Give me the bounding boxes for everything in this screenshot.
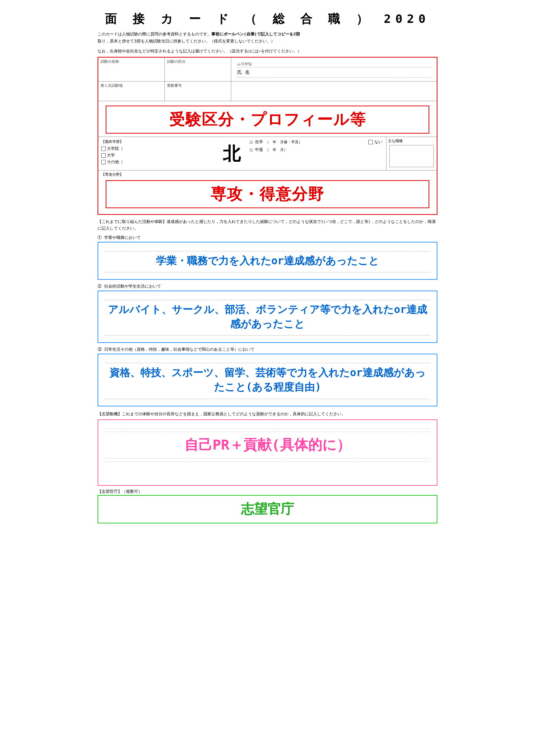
- activity3-label: 資格、特技、スポーツ、留学、芸術等で力を入れたor達成感があったこと(ある程度自…: [105, 365, 430, 394]
- activity1-sublabel: ① 学業や職務において: [98, 235, 437, 240]
- activity2-sublabel: ② 社会的活動や学生生活において: [98, 284, 437, 289]
- exam-number-label: 受験番号: [167, 83, 229, 88]
- intro-text: このカードは人物試験の際に質問の参考資料とするものです。事前にボールペン(自筆)…: [98, 31, 437, 45]
- activity2-box: アルバイト、サークル、部活、ボランティア等で力を入れたor達成感があったこと: [98, 291, 437, 343]
- month-label: （ 年 月）: [265, 148, 287, 152]
- name-cell: ふりがな 氏 名: [231, 58, 437, 81]
- dotted-line-1: [105, 249, 430, 251]
- motivation-line-1: [105, 428, 430, 429]
- profile-section: 試験の名称 試験の区分 ふりがな 氏 名 第１次試験地 受験番号: [98, 57, 437, 215]
- exam-name-label: 試験の名称: [100, 59, 162, 64]
- checkbox-icon[interactable]: [101, 147, 106, 151]
- zaigaku-label: □ 在学: [250, 140, 263, 144]
- first-exam-cell: 第１次試験地: [98, 82, 165, 101]
- ministry-box: 志望官庁: [98, 495, 437, 523]
- dotted-line-6: [105, 397, 430, 399]
- intro-bold: 事前にボールペン(自筆)で記入してコピーを2部: [211, 32, 300, 37]
- activities-header: 【これまでに取り組んだ活動や体験】達成感があったと感じたり，力を入れてきたりした…: [98, 219, 437, 231]
- checkbox-sonota: その他（: [101, 159, 123, 165]
- motivation-line-4: [105, 461, 430, 462]
- shokushu-label: 主な職種: [388, 138, 435, 144]
- checkbox-sonota-icon[interactable]: [101, 160, 106, 164]
- exam-type-content[interactable]: [167, 65, 229, 75]
- checkbox-daigaku: 大学: [101, 152, 115, 158]
- profile-label-row: 受験区分・プロフィール等: [98, 101, 437, 134]
- motivation-header: 【志望動機】これまでの体験や自分の長所などを踏まえ，国家公務員としてどのような貢…: [98, 411, 437, 417]
- exam-type-label: 試験の区分: [167, 59, 229, 64]
- name-spacer: [231, 82, 437, 101]
- furigana-label: ふりがな: [237, 62, 252, 66]
- exam-type-cell: 試験の区分: [165, 58, 231, 81]
- big-char-area: 北: [216, 137, 247, 170]
- ministry-header: 【志望官庁】（複数可）: [98, 489, 437, 494]
- intro-line2: 取り，原本と併せて3部を人物試験当日に持参してください。（様式を変更しないでくだ…: [98, 39, 275, 44]
- edu-row-sonota: その他（: [101, 159, 213, 165]
- senkou-header: 【専攻分野】: [101, 172, 434, 177]
- big-char: 北: [223, 145, 241, 162]
- daigaku-label: 大学: [107, 152, 115, 158]
- activities-header-text: 【これまでに取り組んだ活動や体験】達成感があったと感じたり，力を入れてきたりした…: [98, 219, 436, 231]
- motivation-line-2: [105, 432, 430, 432]
- shokushu-box[interactable]: [389, 145, 434, 167]
- exam-number-cell: 受験番号: [165, 82, 231, 101]
- edu-row-daigaku: 大学: [101, 152, 213, 158]
- zaigaku-area: □ 在学 （ 年 月修・卒見） □ 中退 （ 年 月）: [247, 137, 365, 170]
- intro-line1: このカードは人物試験の際に質問の参考資料とするものです。: [98, 32, 211, 37]
- name-area: ふりがな 氏 名: [234, 59, 435, 80]
- chutai-label: □ 中退: [250, 147, 263, 152]
- senkou-label-text: 専攻分野: [105, 172, 120, 176]
- nai-checkbox-icon[interactable]: [368, 140, 373, 144]
- edu-left: 【最終学歴】 大学院（ 大学 その他（: [98, 137, 216, 170]
- year-month-label: （ 年 月修・卒見）: [265, 140, 302, 144]
- motivation-label: 自己PR＋貢献(具体的に）: [105, 436, 430, 454]
- exam-name-cell: 試験の名称: [98, 58, 165, 81]
- dotted-line-4: [105, 333, 430, 336]
- shokushu-area: 主な職種: [386, 137, 437, 170]
- profile-top-grid: 試験の名称 試験の区分 ふりがな 氏 名: [98, 58, 437, 82]
- edu-label-text: 最終学歴: [105, 140, 120, 144]
- dotted-line-3: [105, 298, 430, 300]
- edu-header-label: 【最終学歴】: [101, 139, 213, 144]
- zaigaku-row: □ 在学 （ 年 月修・卒見）: [250, 139, 362, 145]
- motivation-box: 自己PR＋貢献(具体的に）: [98, 419, 437, 486]
- intro-note: なお，出身校や会社名などが特定されるような記入は避けてください。（該当する□には…: [98, 48, 437, 54]
- activity3-sublabel: ③ 日常生活その他（資格，特技，趣味，社会事情などで関心のあること等）において: [98, 347, 437, 352]
- exam-number-content[interactable]: [167, 89, 229, 99]
- ministry-label: 志望官庁: [105, 500, 430, 518]
- dotted-line-5: [105, 361, 430, 363]
- motivation-line-3: [105, 458, 430, 458]
- edu-label-bracket: 【: [101, 140, 105, 144]
- daigakuin-label: 大学院（: [107, 146, 123, 151]
- activity1-label: 学業・職務で力を入れたor達成感があったこと: [105, 254, 430, 268]
- nai-area: ない: [365, 137, 386, 170]
- exam-name-content[interactable]: [100, 65, 162, 75]
- senkou-big-label: 専攻・得意分野: [106, 180, 429, 208]
- page-title: 面 接 カ ー ド （ 総 合 職 ） 2020: [98, 11, 437, 27]
- first-exam-content[interactable]: [100, 89, 162, 99]
- nai-checkbox: ない: [368, 139, 382, 145]
- activity3-box: 資格、特技、スポーツ、留学、芸術等で力を入れたor達成感があったこと(ある程度自…: [98, 354, 437, 406]
- education-row: 【最終学歴】 大学院（ 大学 その他（: [98, 137, 437, 170]
- name-line: 氏 名: [237, 69, 431, 78]
- edu-row-daigakuin: 大学院（: [101, 146, 213, 151]
- checkbox-daigaku-icon[interactable]: [101, 153, 106, 158]
- first-exam-label: 第１次試験地: [100, 83, 162, 88]
- furigana-line: ふりがな: [237, 61, 431, 68]
- name-label: 氏 名: [237, 69, 250, 75]
- dotted-line-2: [105, 270, 430, 272]
- checkbox-daigakuin: 大学院（: [101, 146, 123, 151]
- activity1-box: 学業・職務で力を入れたor達成感があったこと: [98, 242, 437, 280]
- sonota-label: その他（: [107, 159, 123, 165]
- chutai-row: □ 中退 （ 年 月）: [250, 147, 362, 152]
- profile-big-label: 受験区分・プロフィール等: [106, 106, 429, 134]
- motivation-header-text: 【志望動機】これまでの体験や自分の長所などを踏まえ，国家公務員としてどのような貢…: [98, 412, 345, 416]
- senkou-row: 【専攻分野】 専攻・得意分野: [98, 170, 437, 214]
- nai-label: ない: [374, 139, 382, 145]
- activity2-label: アルバイト、サークル、部活、ボランティア等で力を入れたor達成感があったこと: [105, 302, 430, 331]
- profile-second-grid: 第１次試験地 受験番号: [98, 82, 437, 101]
